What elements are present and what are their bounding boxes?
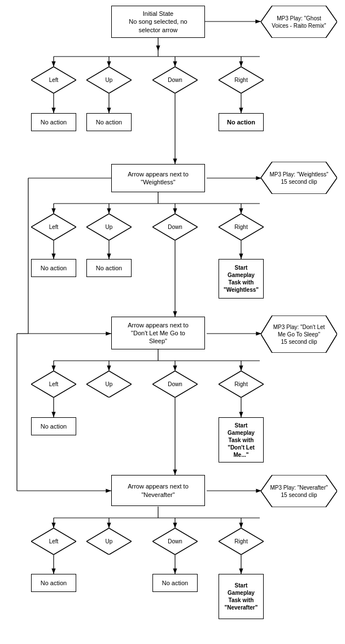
initial-state-box: Initial State No song selected, no selec… [111,6,205,38]
down4-diamond: Down [152,528,198,555]
left4-diamond: Left [31,528,76,555]
down3-diamond: Down [152,371,198,397]
right1-diamond: Right [219,67,264,93]
up3-diamond: Up [86,371,132,397]
mp3-dontlet-hexagon: MP3 Play: "Don't Let Me Go To Sleep" 15 … [261,315,337,353]
start-weightless-box: Start Gameplay Task with "Weightless" [219,259,264,299]
start-neverafter-box: Start Gameplay Task with "Neverafter" [219,574,264,619]
up1-diamond: Up [86,67,132,93]
up4-diamond: Up [86,528,132,555]
mp3-ghost-hexagon: MP3 Play: "Ghost Voices - Raito Remix" [261,6,337,38]
noaction1-left-box: No action [31,113,76,131]
mp3-neverafter-hexagon: MP3 Play: "Neverafter" 15 second clip [261,475,337,507]
down1-diamond: Down [152,67,198,93]
left1-diamond: Left [31,67,76,93]
arrow-neverafter-box: Arrow appears next to "Neverafter" [111,475,205,506]
diagram: Initial State No song selected, no selec… [0,0,345,644]
noaction3-left-box: No action [31,417,76,435]
noaction1-up-box: No action [86,113,132,131]
right2-diamond: Right [219,214,264,240]
right4-diamond: Right [219,528,264,555]
noaction1-right-box: No action [219,113,264,131]
left3-diamond: Left [31,371,76,397]
start-dontlet-box: Start Gameplay Task with "Don't Let Me..… [219,417,264,463]
down2-diamond: Down [152,214,198,240]
arrow-dontlet-box: Arrow appears next to "Don't Let Me Go t… [111,317,205,349]
up2-diamond: Up [86,214,132,240]
right3-diamond: Right [219,371,264,397]
left2-diamond: Left [31,214,76,240]
noaction4-down-box: No action [152,574,198,592]
mp3-weightless-hexagon: MP3 Play: "Weightless" 15 second clip [261,162,337,194]
noaction2-left-box: No action [31,259,76,277]
noaction2-up-box: No action [86,259,132,277]
arrow-weightless-box: Arrow appears next to "Weightless" [111,164,205,192]
noaction4-left-box: No action [31,574,76,592]
